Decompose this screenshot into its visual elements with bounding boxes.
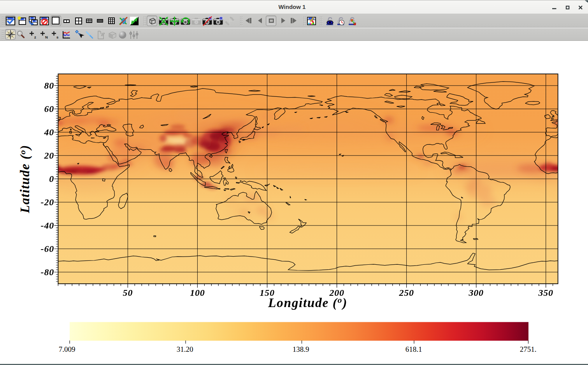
svg-text:z: z [34,35,36,39]
svg-text:s: s [56,35,58,39]
svg-text:618.1: 618.1 [405,345,422,353]
svg-text:-80: -80 [41,267,54,277]
svg-text:300: 300 [468,288,483,298]
svg-text:250: 250 [398,288,414,298]
svg-text:Longitude (o): Longitude (o) [268,295,348,310]
svg-text:31.20: 31.20 [177,345,193,353]
svg-text:100: 100 [190,288,205,298]
svg-text:350: 350 [538,288,553,298]
svg-text:40: 40 [44,127,54,137]
svg-text:-40: -40 [41,220,54,231]
svg-text:7.009: 7.009 [59,345,75,353]
svg-text:-20: -20 [41,197,54,207]
svg-text:2751.: 2751. [520,345,537,353]
svg-text:Latitude (o): Latitude (o) [18,145,33,213]
svg-text:20: 20 [44,150,54,161]
svg-text:138.9: 138.9 [293,345,309,353]
svg-text:50: 50 [123,288,133,298]
svg-text:-60: -60 [41,244,54,254]
svg-text:N: N [45,35,48,39]
svg-text:0: 0 [49,174,54,184]
svg-text:60: 60 [44,104,54,114]
svg-text:80: 80 [44,80,54,91]
